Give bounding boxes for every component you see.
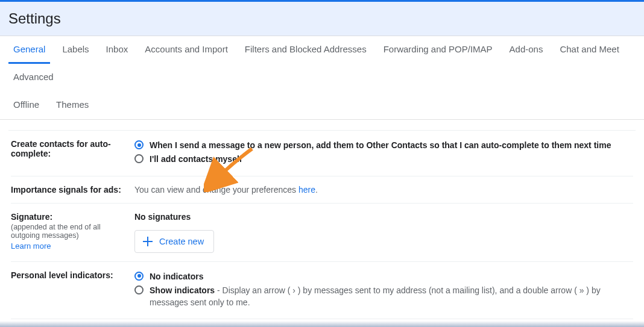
label-signature: Signature: xyxy=(11,212,128,222)
opt-show-indicators-bold: Show indicators xyxy=(150,285,215,295)
opt-no-indicators-text: No indicators xyxy=(150,272,203,281)
radio-auto-add-contacts[interactable] xyxy=(134,140,144,149)
section-auto-contacts: Create contacts for auto-complete: When … xyxy=(11,131,633,176)
settings-header: Settings xyxy=(0,2,644,36)
tab-accounts-and-import[interactable]: Accounts and Import xyxy=(140,36,233,64)
signature-learn-more-link[interactable]: Learn more xyxy=(11,241,51,251)
ads-text-before: You can view and change your preferences xyxy=(134,185,298,195)
tab-offline[interactable]: Offline xyxy=(8,92,44,119)
tab-add-ons[interactable]: Add-ons xyxy=(505,36,548,64)
tab-advanced[interactable]: Advanced xyxy=(8,64,58,92)
page-title: Settings xyxy=(8,10,636,27)
opt-show-indicators-rest: - Display an arrow ( › ) by messages sen… xyxy=(150,285,601,307)
label-indicators: Personal level indicators: xyxy=(11,270,113,280)
tab-filters-and-blocked-addresses[interactable]: Filters and Blocked Addresses xyxy=(240,36,371,64)
opt-add-myself-text: I'll add contacts myself xyxy=(150,154,242,164)
create-new-label: Create new xyxy=(159,237,204,246)
no-signatures-text: No signatures xyxy=(134,212,633,222)
tab-labels[interactable]: Labels xyxy=(57,36,93,64)
tab-themes[interactable]: Themes xyxy=(51,92,93,119)
ads-text-after: . xyxy=(315,185,318,195)
plus-icon xyxy=(142,236,153,247)
settings-tabs: GeneralLabelsInboxAccounts and ImportFil… xyxy=(0,36,644,120)
ads-preferences-link[interactable]: here xyxy=(298,185,315,195)
section-indicators: Personal level indicators: No indicators… xyxy=(11,262,633,320)
radio-no-indicators[interactable] xyxy=(134,272,144,281)
radio-add-contacts-myself[interactable] xyxy=(134,154,144,163)
create-new-signature-button[interactable]: Create new xyxy=(134,230,214,253)
label-auto-contacts: Create contacts for auto-complete: xyxy=(11,139,111,158)
radio-show-indicators[interactable] xyxy=(134,285,144,294)
label-signature-sub: (appended at the end of all outgoing mes… xyxy=(11,223,128,240)
tab-inbox[interactable]: Inbox xyxy=(101,36,133,64)
opt-auto-add-text: When I send a message to a new person, a… xyxy=(150,140,611,150)
label-ads: Importance signals for ads: xyxy=(11,185,121,195)
tab-forwarding-and-pop-imap[interactable]: Forwarding and POP/IMAP xyxy=(379,36,497,64)
section-ads: Importance signals for ads: You can view… xyxy=(11,176,633,204)
section-signature: Signature: (appended at the end of all o… xyxy=(11,204,633,262)
tab-chat-and-meet[interactable]: Chat and Meet xyxy=(555,36,623,64)
tab-general[interactable]: General xyxy=(8,36,50,64)
